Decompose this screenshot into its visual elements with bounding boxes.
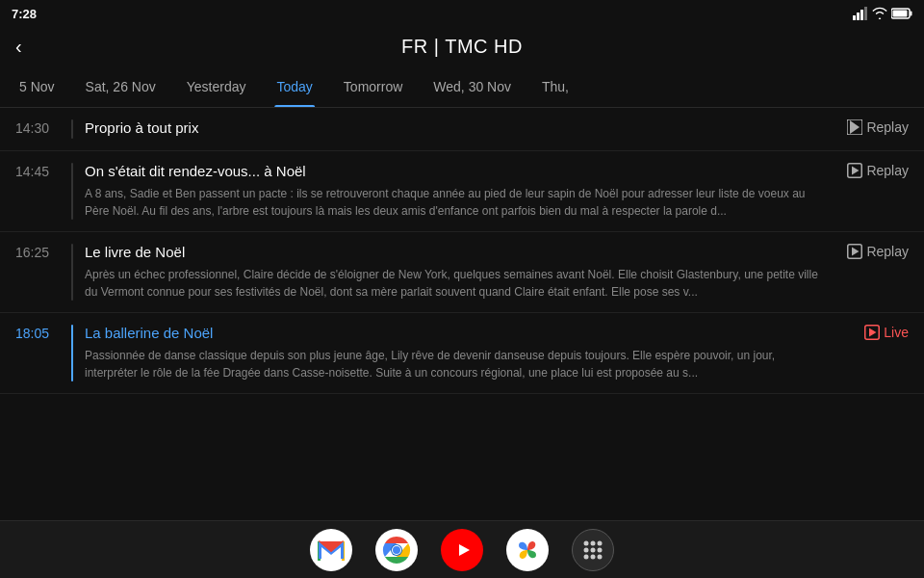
svg-point-27 [584, 547, 589, 552]
replay-label: Replay [866, 244, 909, 259]
divider-line [71, 244, 73, 301]
wifi-icon [872, 7, 887, 20]
replay-button[interactable]: Replay [841, 119, 909, 135]
tab-today[interactable]: Today [261, 66, 327, 107]
play-icon [864, 325, 880, 340]
tab-thu[interactable]: Thu, [526, 66, 584, 107]
play-icon [847, 244, 862, 259]
tab-wed30[interactable]: Wed, 30 Nov [418, 66, 526, 107]
gmail-icon[interactable] [310, 529, 352, 571]
svg-rect-2 [860, 10, 863, 20]
svg-marker-12 [852, 248, 860, 256]
header: ‹ FR | TMC HD [0, 27, 924, 66]
youtube-icon[interactable] [441, 529, 483, 571]
status-bar: 7:28 [0, 0, 924, 27]
list-item: 18:05 La ballerine de Noël Passionnée de… [0, 313, 924, 394]
app-grid-icon[interactable] [572, 529, 614, 571]
program-description: A 8 ans, Sadie et Ben passent un pacte :… [85, 185, 830, 220]
photos-icon[interactable] [506, 529, 549, 571]
program-info: La ballerine de Noël Passionnée de danse… [85, 325, 830, 381]
divider-line [71, 163, 73, 220]
svg-marker-14 [869, 328, 877, 337]
svg-point-31 [591, 554, 596, 559]
replay-label: Replay [866, 163, 909, 178]
svg-point-32 [598, 554, 603, 559]
replay-button[interactable]: Replay [841, 163, 909, 178]
svg-point-21 [393, 546, 400, 554]
tab-sat26[interactable]: Sat, 26 Nov [70, 66, 171, 107]
tab-yesterday[interactable]: Yesterday [171, 66, 262, 107]
svg-point-26 [598, 540, 603, 545]
list-item: 14:45 On s'était dit rendez-vous... à No… [0, 151, 924, 232]
play-icon [847, 119, 862, 135]
tab-tomorrow[interactable]: Tomorrow [328, 66, 418, 107]
svg-rect-6 [893, 11, 908, 17]
play-icon [847, 163, 862, 178]
tab-bar: 5 Nov Sat, 26 Nov Yesterday Today Tomorr… [0, 66, 924, 108]
program-title: La ballerine de Noël [85, 325, 830, 341]
svg-rect-5 [911, 12, 912, 16]
chrome-icon[interactable] [375, 529, 418, 571]
tab-fri25[interactable]: 5 Nov [4, 66, 70, 107]
program-description: Après un échec professionnel, Claire déc… [85, 266, 830, 301]
program-info: Le livre de Noël Après un échec professi… [85, 244, 830, 301]
replay-label: Replay [866, 119, 909, 135]
divider-line [71, 119, 73, 139]
status-time: 7:28 [12, 7, 37, 21]
battery-icon [891, 8, 912, 19]
program-time: 14:30 [15, 119, 60, 136]
svg-point-28 [591, 547, 596, 552]
replay-button[interactable]: Replay [841, 244, 909, 259]
status-icons [853, 7, 912, 20]
bottom-nav [0, 520, 924, 578]
list-item: 14:30 Proprio à tout prix Replay [0, 108, 924, 151]
program-time: 16:25 [15, 244, 60, 260]
list-item: 16:25 Le livre de Noël Après un échec pr… [0, 232, 924, 313]
program-title: On s'était dit rendez-vous... à Noël [85, 163, 830, 179]
back-button[interactable]: ‹ [15, 36, 22, 58]
svg-point-29 [598, 547, 603, 552]
svg-marker-7 [850, 120, 860, 134]
program-description: Passionnée de danse classique depuis son… [85, 347, 830, 381]
program-time: 18:05 [15, 325, 60, 341]
signal-icon [853, 7, 868, 20]
header-title: FR | TMC HD [401, 36, 523, 58]
program-info: Proprio à tout prix [85, 119, 830, 136]
program-time: 14:45 [15, 163, 60, 179]
svg-point-30 [584, 554, 589, 559]
svg-point-24 [584, 540, 589, 545]
svg-marker-10 [852, 167, 860, 175]
svg-rect-1 [857, 13, 860, 20]
divider-line [71, 325, 73, 381]
program-info: On s'était dit rendez-vous... à Noël A 8… [85, 163, 830, 220]
svg-rect-3 [864, 7, 867, 20]
svg-rect-0 [853, 15, 856, 20]
svg-point-25 [591, 540, 596, 545]
live-button[interactable]: Live [841, 325, 909, 340]
live-label: Live [884, 325, 909, 340]
program-list: 14:30 Proprio à tout prix Replay 14:45 O… [0, 108, 924, 520]
program-title: Le livre de Noël [85, 244, 830, 260]
program-title: Proprio à tout prix [85, 119, 830, 136]
